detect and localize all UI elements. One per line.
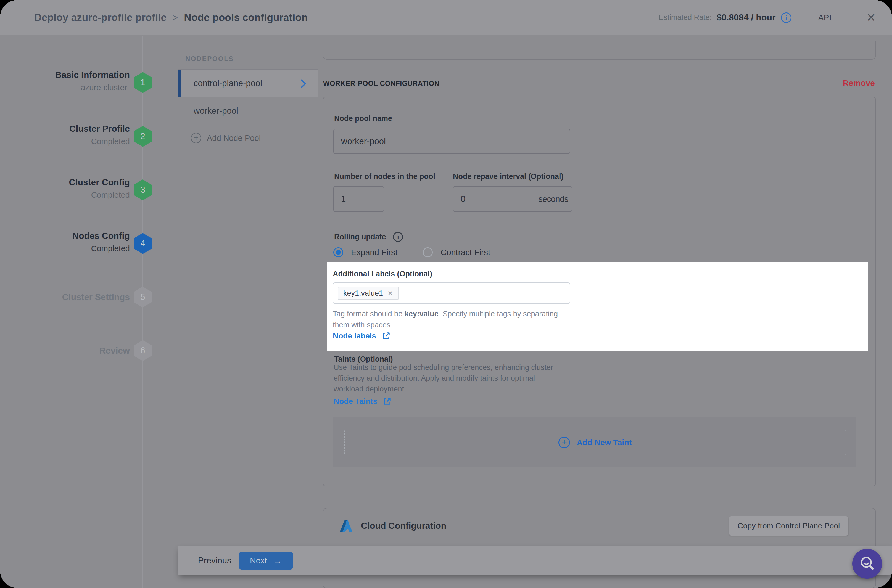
- node-labels-link-row: Node labels: [333, 332, 390, 340]
- search-help-fab[interactable]: [852, 549, 882, 579]
- step-title: Review: [0, 345, 130, 356]
- node-labels-link[interactable]: Node labels: [333, 332, 376, 340]
- rolling-update-row: Rolling update: [334, 232, 403, 242]
- rolling-update-label: Rolling update: [334, 233, 386, 241]
- rate-info-icon[interactable]: [781, 12, 791, 23]
- add-node-pool-label: Add Node Pool: [207, 134, 261, 143]
- estimated-rate-label: Estimated Rate:: [659, 13, 712, 22]
- arrow-right-icon: [273, 556, 282, 566]
- step-number-hexagon[interactable]: 2: [134, 126, 152, 147]
- copy-from-control-plane-button[interactable]: Copy from Control Plane Pool: [729, 516, 848, 536]
- close-icon[interactable]: [866, 12, 876, 24]
- previous-button[interactable]: Previous: [198, 546, 231, 575]
- wizard-header: Deploy azure-profile profile > Node pool…: [0, 0, 892, 35]
- previous-card-fragment: [323, 41, 876, 60]
- remove-pool-button[interactable]: Remove: [826, 78, 875, 88]
- external-link-icon: [381, 332, 390, 340]
- radio-contract-first-label[interactable]: Contract First: [440, 248, 490, 257]
- breadcrumb-profile-link[interactable]: Deploy azure-profile profile: [34, 12, 167, 24]
- external-link-icon: [383, 397, 392, 406]
- stepper-line: [143, 36, 143, 588]
- node-pool-name-label: Node pool name: [334, 114, 392, 123]
- label-tag-value: key1:value1: [343, 289, 383, 298]
- cloud-configuration-title: Cloud Configuration: [361, 520, 446, 531]
- breadcrumb-separator-icon: >: [173, 12, 178, 23]
- radio-expand-first[interactable]: [333, 248, 343, 257]
- azure-logo-icon: [339, 518, 353, 533]
- step-number-hexagon[interactable]: 5: [134, 286, 152, 308]
- step-number-hexagon[interactable]: 4: [134, 233, 152, 254]
- radio-expand-first-label[interactable]: Expand First: [351, 248, 397, 257]
- magnifier-smile-icon: [859, 555, 875, 572]
- breadcrumb: Deploy azure-profile profile > Node pool…: [34, 0, 308, 35]
- next-button-label: Next: [250, 556, 267, 566]
- step-subtitle: Completed: [0, 190, 130, 200]
- tag-format-hint: Tag format should be key:value. Specify …: [333, 308, 697, 330]
- labels-tag-input[interactable]: key1:value1: [333, 282, 570, 304]
- deploy-wizard-window: Deploy azure-profile profile > Node pool…: [0, 0, 892, 588]
- additional-labels-label: Additional Labels (Optional): [333, 270, 432, 278]
- additional-labels-spotlight: Additional Labels (Optional) key1:value1…: [327, 262, 868, 351]
- step-number-hexagon[interactable]: 3: [134, 179, 152, 200]
- node-taints-link[interactable]: Node Taints: [333, 397, 377, 406]
- chevron-right-icon: [300, 79, 306, 90]
- nodepool-item-worker-pool[interactable]: worker-pool: [178, 97, 318, 125]
- repave-interval-group: seconds: [453, 186, 572, 212]
- plus-circle-icon: [559, 437, 570, 448]
- repave-interval-input[interactable]: [454, 187, 531, 212]
- step-subtitle: Completed: [0, 136, 130, 146]
- nodepools-heading: NODEPOOLS: [178, 47, 318, 70]
- header-actions: Estimated Rate: $0.8084 / hour API: [659, 0, 876, 35]
- node-taints-link-row: Node Taints: [333, 397, 392, 406]
- nodepools-panel: NODEPOOLS control-plane-pool worker-pool…: [178, 47, 318, 151]
- node-pool-name-input[interactable]: [333, 129, 570, 154]
- taints-description: Use Taints to guide pod scheduling prefe…: [333, 362, 553, 394]
- step-subtitle: Completed: [0, 243, 130, 254]
- breadcrumb-current: Node pools configuration: [184, 12, 308, 24]
- next-button[interactable]: Next: [239, 552, 293, 570]
- repave-interval-label: Node repave interval (Optional): [453, 172, 564, 181]
- remove-tag-icon[interactable]: [387, 290, 393, 297]
- step-title: Cluster Profile: [0, 123, 130, 134]
- nodepool-name: worker-pool: [194, 106, 238, 116]
- wizard-footer: Previous Next: [178, 546, 892, 575]
- label-tag-chip: key1:value1: [338, 286, 399, 300]
- header-divider: [848, 11, 849, 24]
- step-title: Cluster Config: [0, 177, 130, 188]
- rolling-update-options: Expand First Contract First: [333, 248, 490, 257]
- add-node-pool-button[interactable]: Add Node Pool: [178, 125, 318, 151]
- nodepool-name: control-plane-pool: [194, 78, 262, 88]
- step-number-hexagon[interactable]: 6: [134, 340, 152, 361]
- estimated-rate-value: $0.8084 / hour: [716, 12, 775, 22]
- step-title: Cluster Settings: [0, 291, 130, 303]
- add-new-taint-label: Add New Taint: [577, 438, 632, 447]
- repave-interval-unit: seconds: [531, 187, 572, 212]
- radio-contract-first[interactable]: [423, 248, 433, 257]
- step-title: Nodes Config: [0, 230, 130, 241]
- nodes-count-label: Number of nodes in the pool: [334, 172, 435, 181]
- api-button[interactable]: API: [818, 13, 831, 22]
- nodepool-item-control-plane-pool[interactable]: control-plane-pool: [178, 70, 318, 97]
- step-subtitle: azure-cluster-: [0, 82, 130, 93]
- rolling-update-info-icon[interactable]: [393, 232, 403, 242]
- worker-pool-section-title: WORKER-POOL CONFIGURATION: [323, 80, 439, 87]
- step-title: Basic Information: [0, 69, 130, 80]
- add-new-taint-button[interactable]: Add New Taint: [344, 429, 846, 456]
- plus-circle-icon: [191, 133, 201, 143]
- nodes-count-input[interactable]: [333, 186, 384, 212]
- step-number-hexagon[interactable]: 1: [134, 72, 152, 93]
